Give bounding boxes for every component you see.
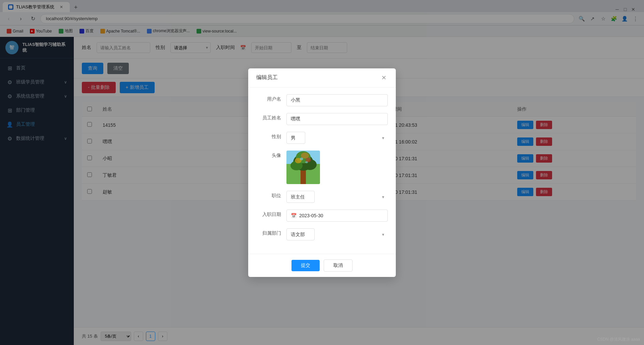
dept-label: 归属部门 <box>256 228 286 236</box>
emp-name-label: 员工姓名 <box>256 113 286 121</box>
gender-label: 性别 <box>256 132 286 140</box>
modal-header: 编辑员工 ✕ <box>248 68 396 88</box>
avatar-label: 头像 <box>256 151 286 159</box>
avatar-preview[interactable] <box>286 151 320 184</box>
position-row: 职位 班主任 讲师 助教 <box>256 191 388 203</box>
submit-button[interactable]: 提交 <box>291 260 320 271</box>
edit-emp-modal: 编辑员工 ✕ 用户名 员工姓名 性别 男 女 <box>248 68 396 277</box>
username-input[interactable] <box>286 94 388 106</box>
svg-rect-2 <box>301 169 306 184</box>
modal-close-button[interactable]: ✕ <box>380 74 388 82</box>
modal-title: 编辑员工 <box>256 74 278 81</box>
calendar-icon-modal: 📅 <box>291 213 297 218</box>
emp-name-row: 员工姓名 <box>256 113 388 125</box>
modal-overlay[interactable]: 编辑员工 ✕ 用户名 员工姓名 性别 男 女 <box>0 0 644 345</box>
avatar-image <box>286 151 320 184</box>
position-select-wrapper: 班主任 讲师 助教 <box>286 191 388 203</box>
hire-date-row: 入职日期 📅 2023-05-30 <box>256 210 388 222</box>
dept-select[interactable]: 语文部 数学部 英语部 <box>286 228 315 240</box>
watermark: CSDN @清风微凉 aaaa <box>597 337 640 342</box>
position-select[interactable]: 班主任 讲师 助教 <box>286 191 315 203</box>
username-row: 用户名 <box>256 94 388 106</box>
position-label: 职位 <box>256 191 286 199</box>
username-label: 用户名 <box>256 94 286 102</box>
hire-date-label: 入职日期 <box>256 210 286 218</box>
dept-row: 归属部门 语文部 数学部 英语部 <box>256 228 388 240</box>
hire-date-picker[interactable]: 📅 2023-05-30 <box>286 210 388 222</box>
cancel-button[interactable]: 取消 <box>324 260 353 272</box>
svg-point-10 <box>300 158 303 160</box>
emp-name-input[interactable] <box>286 113 388 125</box>
hire-date-value: 2023-05-30 <box>299 213 323 218</box>
gender-select-wrapper: 男 女 <box>286 132 388 144</box>
svg-point-11 <box>305 161 308 163</box>
avatar-row: 头像 <box>256 151 388 184</box>
gender-select[interactable]: 男 女 <box>286 132 305 144</box>
modal-body: 用户名 员工姓名 性别 男 女 头像 <box>248 88 396 254</box>
gender-row: 性别 男 女 <box>256 132 388 144</box>
dept-select-wrapper: 语文部 数学部 英语部 <box>286 228 388 240</box>
modal-footer: 提交 取消 <box>248 254 396 277</box>
